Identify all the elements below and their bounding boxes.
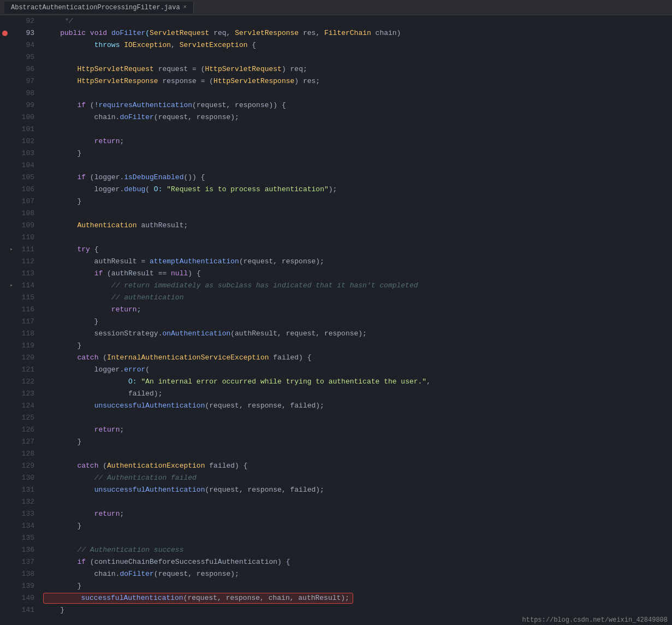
line-number: 106 — [22, 184, 39, 196]
code-line-content: } — [41, 604, 672, 616]
line-number: 134 — [22, 520, 39, 532]
line-row: 102 return; — [0, 135, 672, 148]
line-number: 116 — [22, 304, 39, 316]
code-line-content: if (continueChainBeforeSuccessfulAuthent… — [41, 556, 672, 568]
line-number: 120 — [22, 352, 39, 364]
line-number: 98 — [26, 87, 39, 99]
line-number: 131 — [22, 484, 39, 496]
line-row: 124 unsuccessfulAuthentication(request, … — [0, 400, 672, 412]
line-number: 129 — [22, 460, 39, 472]
code-line-content — [41, 448, 672, 460]
line-row: 93 public void doFilter(ServletRequest r… — [0, 27, 672, 39]
code-container: 92 */93 public void doFilter(ServletRequ… — [0, 15, 672, 625]
line-number: 141 — [22, 604, 39, 616]
line-number: 130 — [22, 472, 39, 484]
code-line-content: */ — [41, 15, 672, 27]
code-line-content: logger.debug( O: "Request is to process … — [41, 184, 672, 196]
line-number: 110 — [22, 232, 39, 244]
line-number: 139 — [22, 580, 39, 592]
code-line-content: } — [41, 340, 672, 352]
line-row: 141 } — [0, 604, 672, 616]
code-line-content: successfulAuthentication(request, respon… — [41, 592, 672, 604]
line-number: 135 — [22, 532, 39, 544]
line-row: 127 } — [0, 436, 672, 448]
line-number: 102 — [22, 135, 39, 148]
line-number: 105 — [22, 172, 39, 184]
code-line-content — [41, 160, 672, 172]
fold-arrow[interactable]: ▸ — [10, 244, 13, 256]
line-row: 132 — [0, 496, 672, 508]
status-url: https://blog.csdn.net/weixin_42849808 — [522, 616, 668, 624]
line-number: 107 — [22, 196, 39, 208]
line-number: 100 — [22, 111, 39, 123]
line-row: 123 failed); — [0, 388, 672, 400]
breakpoint-dot — [2, 31, 8, 36]
line-number: 103 — [22, 148, 39, 160]
title-bar: AbstractAuthenticationProcessingFilter.j… — [0, 0, 672, 15]
code-line-content — [41, 496, 672, 508]
code-line-content: Authentication authResult; — [41, 220, 672, 232]
line-row: 95 — [0, 51, 672, 63]
line-number: 115 — [22, 292, 39, 304]
line-row: 92 */ — [0, 15, 672, 27]
code-line-content: catch (InternalAuthenticationServiceExce… — [41, 352, 672, 364]
line-row: ▸111 try { — [0, 244, 672, 256]
line-number: 122 — [22, 376, 39, 388]
code-line-content: sessionStrategy.onAuthentication(authRes… — [41, 328, 672, 340]
line-number: 101 — [22, 123, 39, 135]
code-line-content: return; — [41, 304, 672, 316]
line-number: 114 — [22, 280, 39, 292]
line-number: 124 — [22, 400, 39, 412]
line-row: 101 — [0, 123, 672, 135]
editor-area: 92 */93 public void doFilter(ServletRequ… — [0, 15, 672, 625]
code-line-content — [41, 123, 672, 135]
code-line-content: } — [41, 580, 672, 592]
code-line-content — [41, 232, 672, 244]
line-number: 119 — [22, 340, 39, 352]
code-line-content — [41, 532, 672, 544]
code-line-content: } — [41, 316, 672, 328]
line-number: 136 — [22, 544, 39, 556]
code-line-content: failed); — [41, 388, 672, 400]
line-number: 93 — [26, 27, 39, 39]
editor-tab[interactable]: AbstractAuthenticationProcessingFilter.j… — [4, 2, 194, 14]
line-row: 135 — [0, 532, 672, 544]
line-number: 137 — [22, 556, 39, 568]
code-line-content: // Authentication failed — [41, 472, 672, 484]
code-line-content: } — [41, 196, 672, 208]
line-number: 128 — [22, 448, 39, 460]
status-bar: https://blog.csdn.net/weixin_42849808 — [518, 615, 672, 625]
tab-close-icon[interactable]: × — [183, 4, 187, 10]
line-row: 133 return; — [0, 508, 672, 520]
line-row: 121 logger.error( — [0, 364, 672, 376]
code-line-content — [41, 412, 672, 424]
line-number: 123 — [22, 388, 39, 400]
line-number: 111 — [22, 244, 39, 256]
line-number: 96 — [26, 63, 39, 75]
code-line-content: throws IOException, ServletException { — [41, 39, 672, 51]
tab-filename: AbstractAuthenticationProcessingFilter.j… — [11, 4, 180, 11]
line-row: 112 authResult = attemptAuthentication(r… — [0, 256, 672, 268]
line-row: 97 HttpServletResponse response = (HttpS… — [0, 75, 672, 87]
code-line-content: chain.doFilter(request, response); — [41, 111, 672, 123]
code-line-content: unsuccessfulAuthentication(request, resp… — [41, 400, 672, 412]
line-number: 99 — [26, 99, 39, 111]
code-line-content — [41, 208, 672, 220]
line-number: 95 — [26, 51, 39, 63]
line-number: 108 — [22, 208, 39, 220]
code-line-content: } — [41, 520, 672, 532]
line-number: 94 — [26, 39, 39, 51]
code-line-content: if (authResult == null) { — [41, 268, 672, 280]
line-number: 133 — [22, 508, 39, 520]
code-line-content: // authentication — [41, 292, 672, 304]
line-row: 137 if (continueChainBeforeSuccessfulAut… — [0, 556, 672, 568]
line-number: 112 — [22, 256, 39, 268]
line-row: 140 successfulAuthentication(request, re… — [0, 592, 672, 604]
code-line-content: catch (AuthenticationException failed) { — [41, 460, 672, 472]
line-row: 139 } — [0, 580, 672, 592]
code-line-content: unsuccessfulAuthentication(request, resp… — [41, 484, 672, 496]
code-line-content — [41, 51, 672, 63]
line-row: ▸114 // return immediately as subclass h… — [0, 280, 672, 292]
fold-arrow[interactable]: ▸ — [10, 280, 13, 292]
code-line-content: if (!requiresAuthentication(request, res… — [41, 99, 672, 111]
